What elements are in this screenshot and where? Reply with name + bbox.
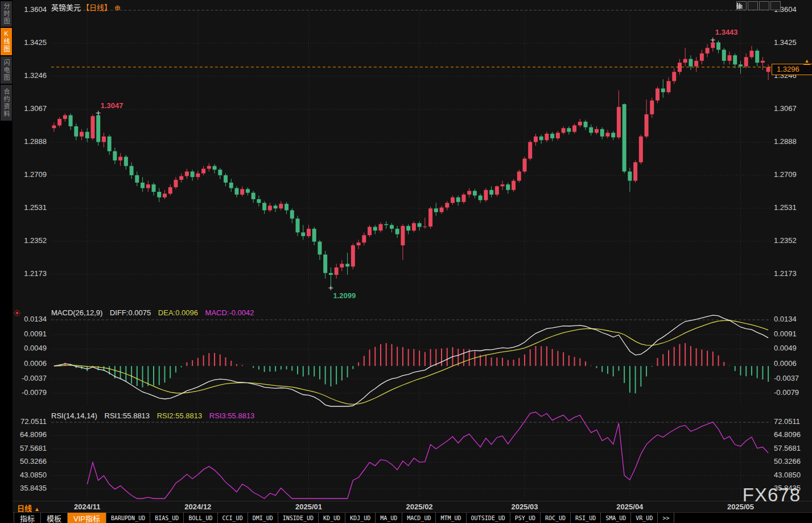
indicator-button-vr_ud[interactable]: VR_UD bbox=[631, 513, 658, 523]
time-axis: 日线▲ 2024/112024/122025/012025/022025/032… bbox=[13, 501, 812, 513]
price-axis-label: 1.2173 bbox=[774, 269, 797, 278]
circle-plus-icon[interactable]: ⊕ bbox=[114, 3, 121, 12]
indicator-button-barupdn_ud[interactable]: BARUPDN_UD bbox=[106, 513, 150, 523]
indicator-button-sma_ud[interactable]: SMA_UD bbox=[601, 513, 631, 523]
watermark: FX678 bbox=[743, 484, 801, 506]
price-axis-label: 1.2352 bbox=[774, 236, 797, 245]
latest-price-arrow-icon[interactable]: ▲ bbox=[803, 59, 810, 65]
indicator-button-outside_ud[interactable]: OUTSIDE_UD bbox=[467, 513, 510, 523]
chart-type-sidebar: 分时图 K线图 闪电图 合约资料 bbox=[0, 0, 13, 523]
rsi2-value: RSI2:55.8813 bbox=[157, 411, 203, 420]
price-axis-label: 1.2531 bbox=[774, 203, 797, 212]
macd-axis-label: -0.0079 bbox=[15, 388, 47, 397]
rsi-axis-label: 72.0511 bbox=[774, 417, 800, 426]
scroll-to-newest-icon[interactable] bbox=[770, 1, 781, 10]
indicator-button-ma_ud[interactable]: MA_UD bbox=[376, 513, 402, 523]
macd-axis-label: -0.0037 bbox=[774, 374, 799, 382]
price-axis-label: 1.2352 bbox=[15, 236, 47, 245]
price-axis-label: 1.3425 bbox=[774, 38, 797, 47]
rsi1-value: RSI1:55.8813 bbox=[105, 411, 150, 420]
macd-params: MACD(26,12,9) bbox=[51, 308, 102, 317]
price-chart-canvas[interactable] bbox=[13, 0, 812, 307]
macd-settings-icon[interactable] bbox=[14, 310, 20, 316]
sidebar-tab-lightning[interactable]: 闪电图 bbox=[1, 56, 12, 84]
macd-axis-label: 0.0006 bbox=[15, 359, 47, 368]
indicator-button-psy_ud[interactable]: PSY_UD bbox=[510, 513, 541, 523]
macd-axis-label: -0.0037 bbox=[15, 374, 47, 382]
rsi-axis-label: 64.8096 bbox=[774, 430, 801, 439]
symbol-name: 英镑美元 bbox=[51, 3, 81, 12]
rsi-params: RSI(14,14,14) bbox=[51, 411, 97, 420]
rsi-axis-label: 64.8096 bbox=[15, 430, 47, 439]
price-extreme-label: 1.3047 bbox=[101, 101, 123, 110]
rsi-axis-label: 50.3266 bbox=[774, 457, 801, 466]
date-label: 2025/04 bbox=[610, 503, 650, 511]
sidebar-tab-kline[interactable]: K线图 bbox=[1, 28, 12, 55]
indicator-button-kdj_ud[interactable]: KDJ_UD bbox=[345, 513, 376, 523]
rsi-canvas[interactable] bbox=[13, 409, 812, 501]
rsi-header: RSI(14,14,14) RSI1:55.8813 RSI2:55.8813 … bbox=[51, 411, 254, 420]
indicator-toolbar: 指标模板VIP指标BARUPDN_UDBIAS_UDBOLL_UDCCI_UDD… bbox=[13, 512, 812, 523]
macd-axis-label: 0.0049 bbox=[774, 344, 797, 352]
rsi-axis-label: 43.0850 bbox=[15, 471, 47, 479]
y-axis-scale-icon[interactable] bbox=[748, 1, 758, 10]
date-label: 2025/03 bbox=[505, 503, 545, 511]
chart-region: 英镑美元【日线】⊕ 1.3296 ▲ MACD(26,12,9) DIFF:0.… bbox=[13, 0, 812, 523]
macd-axis-label: 0.0091 bbox=[774, 330, 797, 338]
rsi-axis-label: 43.0850 bbox=[774, 471, 801, 479]
indicator-button-macd_ud[interactable]: MACD_UD bbox=[402, 513, 436, 523]
chart-tools-group bbox=[736, 1, 781, 10]
candles-group bbox=[52, 40, 770, 288]
date-label: 2025/01 bbox=[288, 503, 328, 511]
macd-axis-label: 0.0134 bbox=[774, 315, 797, 323]
toolbar-more-button[interactable]: >> bbox=[658, 513, 674, 523]
rsi-axis-label: 35.8435 bbox=[15, 484, 47, 492]
date-label: 2025/02 bbox=[399, 503, 439, 511]
indicator-button-dmi_ud[interactable]: DMI_UD bbox=[248, 513, 278, 523]
macd-header: MACD(26,12,9) DIFF:0.0075 DEA:0.0096 MAC… bbox=[51, 308, 254, 317]
indicator-button-mtm_ud[interactable]: MTM_UD bbox=[436, 513, 466, 523]
price-axis-label: 1.2173 bbox=[15, 269, 47, 278]
macd-axis-label: 0.0091 bbox=[15, 330, 47, 338]
price-axis-label: 1.3425 bbox=[15, 38, 47, 47]
indicator-button-inside_ud[interactable]: INSIDE_UD bbox=[278, 513, 319, 523]
macd-dea-value: DEA:0.0096 bbox=[158, 308, 198, 317]
indicator-button-rsi_ud[interactable]: RSI_UD bbox=[571, 513, 601, 523]
toolbar-tab-templates[interactable]: 模板 bbox=[41, 513, 68, 523]
indicator-button-cci_ud[interactable]: CCI_UD bbox=[218, 513, 248, 523]
current-price-tag: 1.3296 bbox=[772, 64, 812, 75]
toolbar-tab-vip-indicators[interactable]: VIP指标 bbox=[68, 513, 106, 523]
price-axis-label: 1.2709 bbox=[15, 170, 47, 179]
macd-axis-label: 0.0049 bbox=[15, 344, 47, 352]
x-axis-scale-icon[interactable] bbox=[759, 1, 769, 10]
price-axis-label: 1.3067 bbox=[15, 104, 47, 113]
rsi-axis-label: 50.3266 bbox=[15, 457, 47, 466]
macd-canvas[interactable] bbox=[13, 307, 812, 409]
macd-diff-value: DIFF:0.0075 bbox=[110, 308, 151, 317]
sidebar-tab-timeshare[interactable]: 分时图 bbox=[1, 1, 12, 27]
price-axis-label: 1.3604 bbox=[15, 5, 47, 14]
indicator-button-roc_ud[interactable]: ROC_UD bbox=[541, 513, 571, 523]
price-axis-label: 1.3246 bbox=[15, 71, 47, 80]
date-label: 2024/11 bbox=[67, 503, 107, 511]
price-axis-label: 1.2709 bbox=[774, 170, 797, 179]
rsi-axis-label: 72.0511 bbox=[15, 417, 47, 426]
sidebar-tab-contract-info[interactable]: 合约资料 bbox=[1, 85, 12, 121]
price-extreme-label: 1.3443 bbox=[715, 28, 738, 36]
indicator-button-boll_ud[interactable]: BOLL_UD bbox=[184, 513, 217, 523]
rsi3-value: RSI3:55.8813 bbox=[209, 411, 255, 420]
macd-axis-label: 0.0006 bbox=[774, 359, 797, 368]
chart-title: 英镑美元【日线】⊕ bbox=[51, 2, 121, 13]
indicator-button-kd_ud[interactable]: KD_UD bbox=[319, 513, 345, 523]
timeframe-dropdown-arrow-icon: ▲ bbox=[34, 506, 40, 512]
toolbar-tab-indicators[interactable]: 指标 bbox=[14, 513, 41, 523]
period-label: 【日线】 bbox=[82, 3, 112, 12]
price-axis-label: 1.3067 bbox=[774, 104, 797, 113]
price-axis-label: 1.2888 bbox=[774, 137, 797, 146]
price-axis-label: 1.2888 bbox=[15, 137, 47, 146]
timeframe-label: 日线 bbox=[17, 504, 32, 513]
indicator-button-bias_ud[interactable]: BIAS_UD bbox=[150, 513, 184, 523]
rsi-axis-label: 57.5681 bbox=[774, 444, 801, 452]
price-axis-label: 1.2531 bbox=[15, 203, 47, 212]
macd-macd-value: MACD:-0.0042 bbox=[205, 308, 254, 317]
